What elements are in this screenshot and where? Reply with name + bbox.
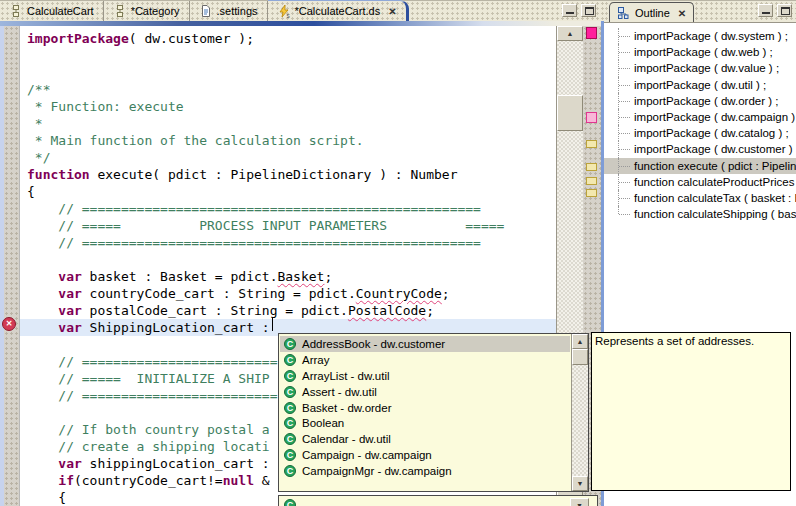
outline-pane-buttons: [758, 4, 792, 17]
ruler-marker[interactable]: [586, 163, 597, 171]
pipeline-icon: [113, 4, 127, 18]
class-icon: [284, 449, 296, 461]
editor-tab-bar: CalculateCart*Category.settingss*Calcula…: [0, 0, 604, 21]
ruler-marker[interactable]: [586, 140, 597, 148]
outline-item-label: function calculateTax ( basket : B: [634, 192, 796, 204]
outline-item-label: importPackage ( dw.catalog ) ;: [634, 127, 789, 139]
annotation-gutter[interactable]: [4, 26, 19, 506]
outline-item-label: importPackage ( dw.value ) ;: [634, 62, 779, 74]
outline-item-label: importPackage ( dw.system ) ;: [634, 30, 788, 42]
text-caret: [272, 318, 273, 331]
code-line[interactable]: [20, 64, 556, 81]
class-icon: [284, 338, 296, 350]
tab-calculatecart[interactable]: CalculateCart: [0, 1, 104, 21]
ruler-marker[interactable]: [586, 112, 597, 123]
pipeline-icon: [9, 4, 23, 18]
code-line[interactable]: // =====================================…: [20, 200, 556, 217]
code-line[interactable]: {: [20, 183, 556, 200]
maximize-button[interactable]: [581, 4, 596, 17]
autocomplete-item[interactable]: ArrayList - dw.util: [280, 368, 570, 384]
code-line[interactable]: function execute( pdict : PipelineDictio…: [20, 166, 556, 183]
class-icon: [284, 417, 296, 429]
code-line[interactable]: [20, 251, 556, 268]
autocomplete-item-label: Calendar - dw.util: [302, 433, 391, 445]
outline-item[interactable]: importPackage ( dw.order ) ;: [604, 93, 796, 109]
autocomplete-list[interactable]: AddressBook - dw.customerArrayArrayList …: [280, 336, 570, 479]
autocomplete-item[interactable]: Campaign - dw.campaign: [280, 447, 570, 463]
autocomplete-item[interactable]: Assert - dw.util: [280, 384, 570, 400]
popup-scrollbar[interactable]: ▲ ▼: [571, 334, 588, 491]
ruler-marker[interactable]: [586, 177, 597, 185]
class-icon: [284, 465, 296, 477]
outline-item-label: function execute ( pdict : Pipeline: [634, 160, 796, 172]
code-line[interactable]: var postalCode_cart : String = pdict.Pos…: [20, 302, 556, 319]
code-line[interactable]: */: [20, 149, 556, 166]
class-icon: [284, 370, 296, 382]
outline-item[interactable]: importPackage ( dw.campaign ) ;: [604, 109, 796, 125]
autocomplete-popup-overflow: ▼: [278, 495, 598, 506]
scroll-up-icon[interactable]: ▲: [557, 26, 583, 41]
autocomplete-item[interactable]: AddressBook - dw.customer: [280, 336, 570, 352]
outline-item[interactable]: function calculateTax ( basket : B: [604, 190, 796, 206]
outline-item[interactable]: importPackage ( dw.system ) ;: [604, 28, 796, 44]
outline-item[interactable]: importPackage ( dw.util ) ;: [604, 77, 796, 93]
outline-item[interactable]: function execute ( pdict : Pipeline: [604, 158, 796, 174]
tab-label: *CalculateCart.ds: [295, 5, 381, 17]
code-line[interactable]: /**: [20, 81, 556, 98]
outline-item-label: function calculateProductPrices (: [634, 176, 796, 188]
minimize-button[interactable]: [758, 4, 773, 17]
outline-header: Outline ✕: [604, 0, 796, 22]
outline-close-icon[interactable]: ✕: [678, 8, 686, 19]
code-line[interactable]: * Function: execute: [20, 98, 556, 115]
tab-outline[interactable]: Outline ✕: [609, 2, 694, 23]
tab-settings[interactable]: .settings: [190, 1, 268, 21]
tab-label: *Category: [131, 5, 180, 17]
scroll-down-icon[interactable]: ▼: [572, 476, 588, 491]
autocomplete-item[interactable]: Array: [280, 352, 570, 368]
ruler-marker[interactable]: [586, 189, 597, 197]
tab-category[interactable]: *Category: [104, 1, 190, 21]
outline-item[interactable]: function calculateProductPrices (: [604, 174, 796, 190]
outline-item[interactable]: importPackage ( dw.web ) ;: [604, 44, 796, 60]
scroll-down-icon[interactable]: ▼: [570, 498, 589, 506]
outline-item-label: importPackage ( dw.web ) ;: [634, 46, 773, 58]
code-line[interactable]: *: [20, 115, 556, 132]
outline-icon: [617, 6, 631, 20]
autocomplete-item[interactable]: CampaignMgr - dw.campaign: [280, 463, 570, 479]
outline-item-label: importPackage ( dw.campaign ) ;: [634, 111, 796, 123]
tab-close-icon[interactable]: ✕: [388, 6, 396, 17]
autocomplete-item[interactable]: Calendar - dw.util: [280, 431, 570, 447]
svg-text:s: s: [286, 12, 290, 19]
maximize-icon: [585, 7, 594, 15]
outline-item[interactable]: importPackage ( dw.customer ) ;: [604, 141, 796, 157]
tab-label: .settings: [217, 5, 258, 17]
ruler-marker[interactable]: [586, 27, 597, 39]
outline-item-label: importPackage ( dw.util ) ;: [634, 79, 766, 91]
code-line[interactable]: * Main function of the calculation scrip…: [20, 132, 556, 149]
minimize-button[interactable]: [562, 4, 577, 17]
outline-item[interactable]: function calculateShipping ( baske: [604, 206, 796, 222]
autocomplete-item[interactable]: Boolean: [280, 415, 570, 431]
error-icon[interactable]: ✕: [2, 317, 16, 331]
outline-item-label: importPackage ( dw.customer ) ;: [634, 143, 796, 155]
outline-item-label: importPackage ( dw.order ) ;: [634, 95, 778, 107]
outline-item[interactable]: importPackage ( dw.value ) ;: [604, 60, 796, 76]
autocomplete-item[interactable]: Basket - dw.order: [280, 400, 570, 416]
tab-calculatecart-ds[interactable]: s*CalculateCart.ds✕: [268, 0, 409, 21]
code-line[interactable]: importPackage( dw.customer );: [20, 30, 556, 47]
doc-icon: [199, 4, 213, 18]
code-line[interactable]: [20, 47, 556, 64]
code-line[interactable]: var countryCode_cart : String = pdict.Co…: [20, 285, 556, 302]
code-line[interactable]: // =====================================…: [20, 234, 556, 251]
code-line[interactable]: // ===== PROCESS INPUT PARAMETERS =====: [20, 217, 556, 234]
scroll-up-icon[interactable]: ▲: [572, 334, 588, 349]
autocomplete-item-label: CampaignMgr - dw.campaign: [302, 465, 452, 477]
maximize-button[interactable]: [777, 4, 792, 17]
outline-item[interactable]: importPackage ( dw.catalog ) ;: [604, 125, 796, 141]
class-icon: [284, 354, 296, 366]
minimize-icon: [762, 12, 770, 14]
class-icon: [284, 433, 296, 445]
popup-scroll-thumb[interactable]: [572, 349, 588, 365]
code-line[interactable]: var basket : Basket = pdict.Basket;: [20, 268, 556, 285]
editor-scroll-thumb[interactable]: [557, 95, 583, 131]
